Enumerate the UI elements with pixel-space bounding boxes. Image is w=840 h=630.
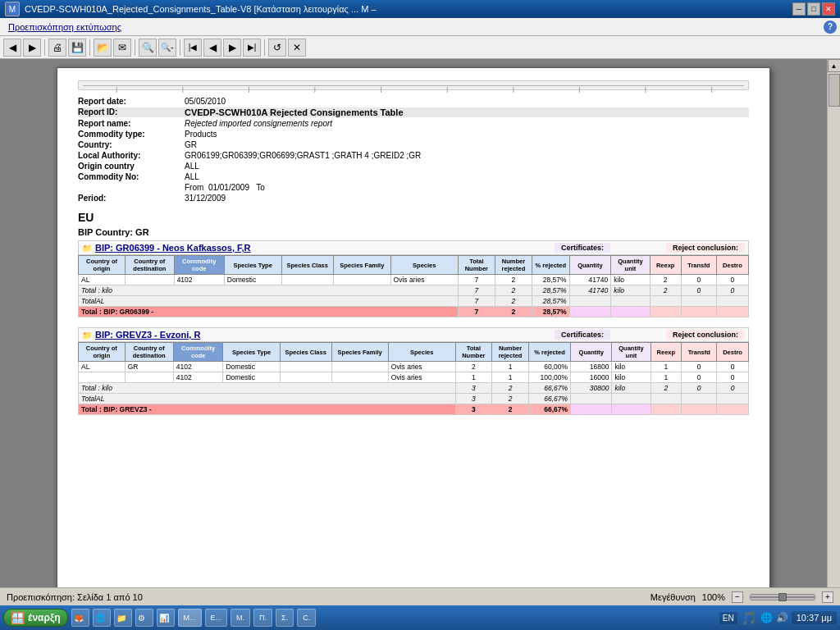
bip2-grand-total-rej: 2: [492, 404, 529, 415]
back-button[interactable]: ◀: [3, 39, 21, 57]
last-page-button[interactable]: ▶|: [243, 39, 261, 57]
bip1-subtotal-kilo-label: Total : kilo: [79, 285, 459, 296]
zoom-in-btn[interactable]: +: [822, 591, 833, 603]
taskbar-folder[interactable]: 📁: [114, 609, 132, 627]
report-date-value: 05/05/2010: [185, 97, 749, 106]
eu-section: EU BIP Country: GR: [78, 211, 749, 237]
stop-button[interactable]: ✕: [288, 39, 306, 57]
bip2-grand-total: Total : BIP: GREVZ3 - 3 2 66,67%: [79, 404, 749, 415]
taskbar-item-s[interactable]: Σ.: [276, 609, 294, 627]
taskbar: 🪟 έναρξη 🦊 🌐 📁 ⚙ 📊 Μ... Ε... Μ. Π. Σ. C.…: [0, 605, 840, 630]
bip2-header-row: 📁 BIP: GREVZ3 - Evzoni, R Certificates: …: [78, 327, 749, 342]
bip2-r2-total: 1: [455, 372, 491, 383]
bip2-cert-label: Certificates:: [555, 330, 610, 340]
zoom-slider[interactable]: [750, 594, 815, 600]
zoom-in-button[interactable]: 🔍: [139, 39, 157, 57]
taskbar-item-c[interactable]: C.: [297, 609, 316, 627]
lang-indicator[interactable]: EN: [719, 612, 737, 624]
bip2-section: 📁 BIP: GREVZ3 - Evzoni, R Certificates: …: [78, 327, 749, 415]
menu-preview[interactable]: Προεπισκόπηση εκτύπωσης: [3, 21, 126, 34]
scroll-up-button[interactable]: ▲: [828, 59, 841, 72]
bip1-col-species-class: Species Class: [281, 256, 333, 275]
taskbar-app1[interactable]: ⚙: [135, 609, 153, 627]
start-button[interactable]: 🪟 έναρξη: [3, 609, 68, 627]
origin-country-label: Origin country: [78, 162, 185, 171]
paper: | | | | | | | | | | Report date: [57, 67, 770, 587]
bip1-labels: Certificates: Reject conclusion:: [502, 243, 745, 253]
first-page-button[interactable]: |◀: [184, 39, 202, 57]
toolbar-sep-2: [89, 39, 90, 56]
print-button[interactable]: 🖨: [48, 39, 66, 57]
save-button[interactable]: 💾: [68, 39, 86, 57]
bip2-r2-qty-unit: kilo: [612, 372, 651, 383]
bip1-r1-origin: AL: [79, 275, 126, 285]
toolbar-sep-5: [264, 39, 265, 56]
bip2-r1-species-family: [331, 362, 388, 372]
taskbar-item-e[interactable]: Ε...: [205, 609, 228, 627]
bip2-reject-label: Reject conclusion:: [666, 330, 745, 340]
mail-button[interactable]: ✉: [113, 39, 131, 57]
bip1-r1-destro: 0: [716, 275, 748, 285]
taskbar-item-m[interactable]: Μ.: [231, 609, 250, 627]
bip1-r1-species-type: Domestic: [224, 275, 281, 285]
taskbar-p-label: Π.: [259, 614, 267, 622]
open-button[interactable]: 📂: [94, 39, 112, 57]
taskbar-m-label: Μ.: [236, 614, 244, 622]
zoom-thumb-indicator[interactable]: [778, 593, 787, 601]
bip2-folder-icon: 📁: [82, 331, 92, 340]
bip1-r1-species-class: [281, 275, 333, 285]
bip2-r1-species-type: Domestic: [223, 362, 280, 372]
bip2-r2-pct-rej: 100,00%: [529, 372, 571, 383]
bip1-col-species-family: Species Family: [333, 256, 390, 275]
refresh-button[interactable]: ↺: [268, 39, 286, 57]
forward-button[interactable]: ▶: [23, 39, 41, 57]
bip1-section: 📁 BIP: GR06399 - Neos Kafkassos, F,R Cer…: [78, 240, 749, 317]
zoom-label: Μεγέθυνση: [651, 592, 696, 602]
window-title: CVEDP-SCWH010A_Rejected_Consignments_Tab…: [25, 4, 377, 14]
taskbar-item-p[interactable]: Π.: [253, 609, 272, 627]
preview-area[interactable]: | | | | | | | | | | Report date: [0, 59, 827, 587]
close-button[interactable]: ✕: [822, 2, 835, 16]
bip1-col-species-type: Species Type: [224, 256, 281, 275]
bip2-total-al-pct: 66,67%: [529, 394, 571, 404]
bip2-r2-qty: 16000: [571, 372, 612, 383]
prev-page-button[interactable]: ◀: [203, 39, 221, 57]
taskbar-app2[interactable]: 📊: [157, 609, 175, 627]
bip2-r2-species: Ovis aries: [388, 372, 455, 383]
bip2-r1-qty-unit: kilo: [612, 362, 651, 372]
title-bar-controls[interactable]: ─ □ ✕: [792, 2, 835, 16]
country-label: Country:: [78, 140, 185, 149]
bip2-subtotal-kilo-reexp: 2: [651, 383, 682, 394]
from-value: 01/01/2009: [208, 183, 249, 192]
restore-button[interactable]: □: [807, 2, 820, 16]
scroll-thumb[interactable]: [829, 74, 840, 107]
bip2-subtotal-kilo-pct: 66,67%: [529, 383, 571, 394]
zoom-out-button[interactable]: 🔍-: [158, 39, 176, 57]
next-page-button[interactable]: ▶: [223, 39, 241, 57]
status-bar: Προεπισκόπηση: Σελίδα 1 από 10 Μεγέθυνση…: [0, 587, 840, 605]
title-bar: M CVEDP-SCWH010A_Rejected_Consignments_T…: [0, 0, 840, 18]
taskbar-active-window[interactable]: Μ...: [178, 609, 202, 627]
bip2-total-al: TotalAL 3 2 66,67%: [79, 394, 749, 404]
vertical-scrollbar[interactable]: ▲: [827, 59, 840, 587]
top-ruler: | | | | | | | | | |: [78, 80, 749, 90]
taskbar-active-label: Μ...: [184, 614, 196, 622]
period-label: Period:: [78, 194, 185, 203]
taskbar-firefox[interactable]: 🦊: [71, 609, 89, 627]
bip2-r2-reexp: 1: [651, 372, 682, 383]
country-field: Country: GR: [78, 140, 749, 149]
minimize-button[interactable]: ─: [792, 2, 806, 16]
bip2-r2-dest: [125, 372, 173, 383]
bip1-total-al-destro: [716, 296, 748, 307]
zoom-out-btn[interactable]: −: [732, 591, 743, 603]
eu-header: EU: [78, 211, 749, 224]
bip1-subtotal-kilo-transfd: 0: [681, 285, 716, 296]
nero-icon[interactable]: 🎵: [741, 610, 757, 626]
bip1-col-total: Total Number: [458, 256, 495, 275]
taskbar-ie[interactable]: 🌐: [93, 609, 111, 627]
bip2-title[interactable]: BIP: GREVZ3 - Evzoni, R: [95, 330, 200, 340]
help-icon[interactable]: ?: [824, 21, 837, 34]
bip1-title[interactable]: BIP: GR06399 - Neos Kafkassos, F,R: [95, 243, 251, 253]
bip1-grand-total-qty: [569, 307, 611, 317]
commodity-no-value: ALL: [185, 172, 749, 181]
